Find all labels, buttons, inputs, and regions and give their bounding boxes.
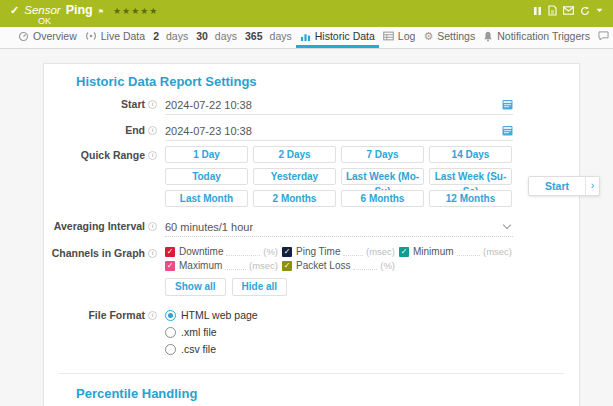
pause-icon[interactable] (533, 6, 542, 16)
file-format-xml-option[interactable]: .xml file (165, 326, 513, 338)
channel-name: Ping Time (296, 246, 340, 257)
info-icon[interactable]: i (148, 100, 157, 109)
averaging-interval-row: Averaging Intervali 60 minutes/1 hour (44, 217, 579, 237)
dotted-leader (226, 248, 260, 256)
sensor-name: Ping (66, 3, 93, 17)
tab-label: Notification Triggers (497, 30, 590, 42)
tab-number: 365 (245, 30, 263, 42)
quick-range-last-month-button[interactable]: Last Month (165, 190, 248, 207)
quick-range-6-months-button[interactable]: 6 Months (341, 190, 424, 207)
quick-range-yesterday-button[interactable]: Yesterday (253, 168, 336, 185)
tab-settings[interactable]: ⚙ Settings (419, 27, 479, 48)
sensor-flag-icon: ⚑ (98, 8, 104, 16)
calendar-icon[interactable] (502, 96, 513, 114)
overview-icon (18, 31, 29, 42)
status-badge: OK (38, 16, 603, 26)
checkbox-checked-icon[interactable]: ✓ (282, 261, 292, 271)
caret-down-icon[interactable] (596, 8, 603, 13)
quick-range-today-button[interactable]: Today (165, 168, 248, 185)
info-icon[interactable]: i (148, 222, 157, 231)
hide-all-button[interactable]: Hide all (232, 278, 288, 296)
quick-range-1-day-button[interactable]: 1 Day (165, 146, 248, 163)
averaging-interval-select[interactable]: 60 minutes/1 hour (165, 217, 513, 237)
channel-minimum[interactable]: ✓ Minimum (msec) (399, 246, 512, 257)
dotted-leader (225, 262, 246, 270)
dotted-leader (343, 248, 363, 256)
tab-number: 2 (153, 30, 159, 42)
quick-range-last-week-su-sa-button[interactable]: Last Week (Su-Sa) (429, 168, 512, 185)
report-icon[interactable] (548, 5, 557, 16)
end-date-value[interactable]: 2024-07-23 10:38 (165, 125, 502, 137)
checkbox-checked-icon[interactable]: ✓ (165, 261, 175, 271)
file-format-csv-option[interactable]: .csv file (165, 343, 513, 355)
channel-ping-time[interactable]: ✓ Ping Time (msec) (282, 246, 395, 257)
start-row: Starti 2024-07-22 10:38 (44, 95, 579, 115)
tab-label: Log (398, 30, 416, 42)
channel-name: Downtime (179, 246, 223, 257)
quick-range-7-days-button[interactable]: 7 Days (341, 146, 424, 163)
info-icon[interactable]: i (148, 311, 157, 320)
start-date-value[interactable]: 2024-07-22 10:38 (165, 99, 502, 111)
checkbox-checked-icon[interactable]: ✓ (165, 247, 175, 257)
quick-range-row: Quick Rangei 1 Day 2 Days 7 Days 14 Days… (44, 146, 579, 207)
start-label: Start (121, 98, 145, 110)
start-options-chevron[interactable]: › (585, 177, 599, 195)
tab-overview[interactable]: Overview (14, 27, 81, 48)
tab-notification-triggers[interactable]: Notification Triggers (479, 27, 594, 48)
dotted-leader (457, 248, 480, 256)
end-date-field[interactable]: 2024-07-23 10:38 (165, 121, 513, 141)
checkbox-checked-icon[interactable]: ✓ (399, 247, 409, 257)
tab-2-days[interactable]: 2days (149, 27, 192, 48)
channel-unit: (%) (380, 260, 395, 271)
priority-stars[interactable]: ★★★★★ (113, 6, 158, 16)
report-settings-card: Historic Data Report Settings Starti 202… (43, 63, 580, 406)
start-report-button[interactable]: Start (529, 177, 585, 195)
email-icon[interactable] (563, 6, 574, 15)
channel-unit: (msec) (249, 260, 278, 271)
end-row: Endi 2024-07-23 10:38 (44, 121, 579, 141)
show-all-button[interactable]: Show all (165, 278, 226, 296)
quick-range-2-days-button[interactable]: 2 Days (253, 146, 336, 163)
option-label: .xml file (181, 326, 217, 338)
refresh-icon[interactable] (580, 6, 590, 16)
tab-number: 30 (196, 30, 208, 42)
tab-label: days (215, 30, 237, 42)
channel-packet-loss[interactable]: ✓ Packet Loss (%) (282, 260, 395, 271)
checkbox-checked-icon[interactable]: ✓ (282, 247, 292, 257)
status-check-icon: ✓ (10, 4, 19, 17)
tab-comments[interactable]: Comments (594, 27, 613, 48)
historic-data-icon (300, 31, 311, 42)
tab-historic-data[interactable]: Historic Data (296, 27, 379, 48)
radio-icon[interactable] (165, 327, 176, 338)
channel-unit: (msec) (483, 246, 512, 257)
info-icon[interactable]: i (148, 151, 157, 160)
file-format-html-option[interactable]: HTML web page (165, 309, 513, 321)
quick-range-last-week-mo-su-button[interactable]: Last Week (Mo-Su) (341, 168, 424, 185)
info-icon[interactable]: i (148, 249, 157, 258)
tab-30-days[interactable]: 30days (192, 27, 241, 48)
gear-icon: ⚙ (423, 31, 433, 42)
radio-icon[interactable] (165, 344, 176, 355)
quick-range-12-months-button[interactable]: 12 Months (429, 190, 512, 207)
channel-downtime[interactable]: ✓ Downtime (%) (165, 246, 278, 257)
option-label: .csv file (181, 343, 216, 355)
channel-name: Packet Loss (296, 260, 350, 271)
info-icon[interactable]: i (148, 126, 157, 135)
tab-live-data[interactable]: Live Data (81, 27, 149, 48)
channel-name: Maximum (179, 260, 222, 271)
quick-range-2-months-button[interactable]: 2 Months (253, 190, 336, 207)
tab-log[interactable]: Log (379, 27, 420, 48)
channel-unit: (msec) (366, 246, 395, 257)
file-format-label: File Format (88, 309, 145, 321)
tab-365-days[interactable]: 365days (241, 27, 296, 48)
quick-range-14-days-button[interactable]: 14 Days (429, 146, 512, 163)
sensor-header: ✓ Sensor Ping ⚑ ★★★★★ OK (0, 0, 613, 27)
tab-label: Settings (437, 30, 475, 42)
quick-range-label: Quick Range (81, 149, 145, 161)
start-date-field[interactable]: 2024-07-22 10:38 (165, 95, 513, 115)
calendar-icon[interactable] (502, 122, 513, 140)
radio-selected-icon[interactable] (165, 310, 176, 321)
channel-maximum[interactable]: ✓ Maximum (msec) (165, 260, 278, 271)
start-report-split-button: Start › (528, 176, 600, 196)
bell-icon (483, 31, 493, 42)
